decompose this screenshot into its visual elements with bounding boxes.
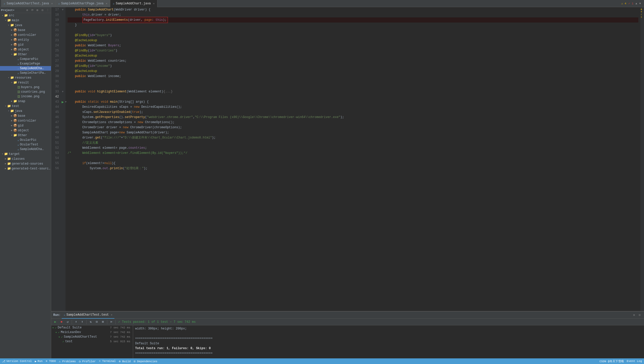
run-btn[interactable]: ▶ xyxy=(53,319,58,325)
next-btn[interactable]: ⬇ xyxy=(80,319,85,325)
status-todo[interactable]: ≡ TODO xyxy=(46,360,56,363)
expand-icon[interactable]: ▲ xyxy=(636,2,637,5)
tree-generated-sources[interactable]: ▶ 📁 generated-sources xyxy=(0,161,51,166)
code-line-32 xyxy=(68,84,638,89)
tree-controller-test[interactable]: ▶ 📦 controller xyxy=(0,118,51,123)
external-btn[interactable]: ⊡ xyxy=(637,313,642,317)
tab-bar: ☕ SampleAddChartTest.java ✕ ☕ SampleAddC… xyxy=(0,0,644,7)
code-line-25: @FindBy(id="countries") xyxy=(68,48,638,53)
tab-close-icon[interactable]: ✕ xyxy=(106,2,108,5)
fold-17[interactable]: ▼ xyxy=(61,7,65,12)
prev-btn[interactable]: ⬆ xyxy=(73,319,79,325)
tree-gid[interactable]: ▶ 📦 gid xyxy=(0,42,51,47)
tree-test[interactable]: ▾ 📁 test xyxy=(0,104,51,109)
filter-btn[interactable]: ⊟ xyxy=(94,319,99,325)
status-build[interactable]: ⚙ Build xyxy=(119,360,131,363)
sort-btn[interactable]: ⇅ xyxy=(88,319,93,325)
tree-object-test[interactable]: ▶ 📦 object xyxy=(0,128,51,133)
tree-base-test[interactable]: ▶ 📦 base xyxy=(0,113,51,118)
tree-income-png[interactable]: 🖼 income.png xyxy=(0,94,51,99)
code-line-20: } xyxy=(68,23,638,28)
tree-base[interactable]: ▶ 📦 base xyxy=(0,28,51,33)
output-line-6: ========================================… xyxy=(135,351,642,356)
tree-java-test[interactable]: ▾ 📁 java xyxy=(0,109,51,113)
tree-sample-chart-pa[interactable]: ☕ SampleChartPa… xyxy=(0,71,51,75)
code-line-24: public WebElement Buyers; xyxy=(68,43,638,48)
status-vcs[interactable]: ⎇ Version Control xyxy=(2,360,32,363)
status-terminal[interactable]: > Terminal xyxy=(99,360,116,363)
tree-sample-add-cha-test[interactable]: ☕ SampleAddCha… xyxy=(0,147,51,152)
tree-ocular-pic[interactable]: ☕ OcularPic xyxy=(0,138,51,142)
rerun-btn[interactable]: ↺ xyxy=(65,319,70,325)
tree-other-main[interactable]: ▾ 📁 Other xyxy=(0,52,51,57)
tree-java-main[interactable]: ▾ 📁 java xyxy=(0,23,51,28)
output-line-3: ========================================… xyxy=(135,336,642,341)
status-profiler[interactable]: ◷ Profiler xyxy=(79,360,96,363)
output-line-2 xyxy=(135,331,642,336)
tree-sample-add-chart[interactable]: ☕ SampleAddCha… xyxy=(0,66,51,71)
tree-resources[interactable]: ▾ 📁 resources xyxy=(0,75,51,80)
test-item-test[interactable]: ✓ test 5 sec 915 ms xyxy=(51,339,133,344)
status-event-log[interactable]: Event Log xyxy=(627,359,642,363)
code-line-51: //定义元素 xyxy=(68,140,638,145)
tab-chart-test[interactable]: ☕ SampleAddChartTest.java ✕ xyxy=(1,0,56,7)
test-time: 7 sec 742 ms xyxy=(110,326,132,329)
settings-icon[interactable]: ⚙ xyxy=(25,8,29,12)
sep3 xyxy=(107,320,107,324)
tree-main[interactable]: ▾ 📁 main xyxy=(0,18,51,23)
tab-close-icon[interactable]: ✕ xyxy=(51,2,53,5)
bottom-tab-label: SampleAddChartTest.test xyxy=(66,313,109,317)
code-editor[interactable]: 17 18 19 20 21 22 23 24 25 26 27 28 29 3… xyxy=(51,7,644,311)
tree-other-test[interactable]: ▾ 📁 Other xyxy=(0,133,51,138)
project-label: Project▾ xyxy=(1,8,15,12)
tree-entity[interactable]: ▶ 📦 entity xyxy=(0,37,51,42)
tree-countries-png[interactable]: 🖼 countries.png xyxy=(0,90,51,94)
bottom-tab-close[interactable]: ✕ xyxy=(111,313,112,316)
tree-src[interactable]: ▾ 📁 src xyxy=(0,13,51,18)
status-bar: ⎇ Version Control ▶ Run ≡ TODO ⚠ Problem… xyxy=(0,358,644,364)
expand-all-icon[interactable]: ⊞ xyxy=(35,8,40,12)
tree-buyers-png[interactable]: 🖼 buyers.png xyxy=(0,85,51,90)
vcs-label: Version Control xyxy=(6,360,32,363)
collapse-all-icon[interactable]: ⊟ xyxy=(40,8,45,12)
status-run[interactable]: ▶ Run xyxy=(35,360,42,363)
tree-classes[interactable]: ▶ 📁 classes xyxy=(0,156,51,161)
stop-btn[interactable]: ■ xyxy=(59,319,64,325)
fold-33[interactable]: ▼ xyxy=(61,89,65,94)
test-item-suite[interactable]: ▾ ✓ Default Suite 7 sec 742 ms xyxy=(51,325,133,330)
collapse-icon[interactable]: ▼ xyxy=(639,2,641,5)
status-problems[interactable]: ⚠ Problems xyxy=(59,360,76,363)
problems-label: ⚠ Problems xyxy=(59,360,76,363)
tab-chart-page[interactable]: ☕ SampleAddChartPage.java ✕ xyxy=(56,0,110,7)
right-gutter: ▲ 4 ✓ 1 xyxy=(640,7,644,311)
tree-ocular-test[interactable]: ☕ OcularTest xyxy=(0,142,51,147)
expand-btn[interactable]: ⊞ xyxy=(100,319,105,325)
code-line-27: public WebElement countries; xyxy=(68,58,638,63)
export-btn[interactable]: ⊳ xyxy=(109,319,114,325)
warning-badge: ⚠ 4 xyxy=(621,2,626,5)
code-content[interactable]: public SampleAddChart(WebDriver driver) … xyxy=(66,7,640,311)
tree-gid-test[interactable]: ▶ 📦 gid xyxy=(0,123,51,128)
code-line-56: System.out.println("处理结果："); xyxy=(68,166,638,171)
sync-icon[interactable]: ⟳ xyxy=(30,8,35,12)
code-line-46: System.getProperties().setProperty("webd… xyxy=(68,115,638,120)
tab-close-icon[interactable]: ✕ xyxy=(153,2,155,5)
tree-target[interactable]: ▾ 📁 target xyxy=(0,152,51,156)
fold-43[interactable]: ▼ xyxy=(64,99,68,104)
tree-controller[interactable]: ▶ 📦 controller xyxy=(0,33,51,37)
tree-generated-test-sources[interactable]: ▶ 📁 generated-test-sources xyxy=(0,166,51,171)
test-item-dev[interactable]: ▾ ✓ MeicLeanDev 7 sec 742 ms xyxy=(51,330,133,335)
tree-result[interactable]: ▾ 📁 result xyxy=(0,80,51,85)
test-label: test xyxy=(65,340,73,343)
tree-snap[interactable]: ▶ 📁 snap xyxy=(0,99,51,104)
tree-example-page[interactable]: ☕ ExamplePage xyxy=(0,61,51,66)
test-item-chart-test[interactable]: ▾ ✓ SampleAddChartTest 7 sec 742 ms xyxy=(51,335,133,339)
bottom-tab-run[interactable]: ☕ SampleAddChartTest.test ✕ xyxy=(62,312,114,319)
status-deps[interactable]: ⊡ Dependencies xyxy=(134,360,157,363)
tree-compare-pic[interactable]: ☕ ComparePic xyxy=(0,57,51,61)
tab-chart-main[interactable]: ☕ SampleAddChart.java ✕ xyxy=(110,0,157,7)
gear-icon[interactable]: ⋮ xyxy=(45,8,50,12)
tree-object[interactable]: ▶ 📦 object xyxy=(0,47,51,52)
settings-btn[interactable]: ⚙ xyxy=(632,313,636,317)
run-icon: ▶ xyxy=(35,360,37,363)
